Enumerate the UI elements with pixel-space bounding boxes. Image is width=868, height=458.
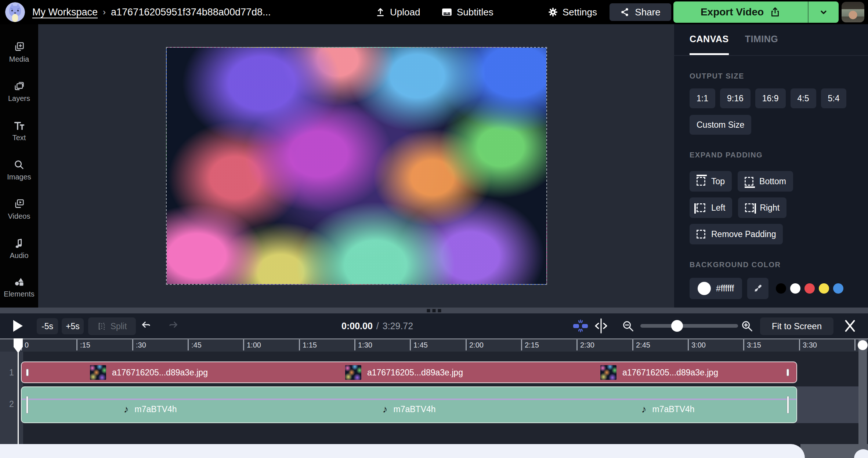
vertical-scrollbar[interactable] [858, 339, 867, 444]
sidebar-item-label: Layers [8, 94, 30, 103]
zoom-out-button[interactable] [622, 320, 634, 332]
audio-clip-name: m7aBTV4h [394, 404, 436, 414]
ratio-1-1-button[interactable]: 1:1 [690, 88, 715, 108]
split-button[interactable]: Split [88, 317, 136, 335]
zoom-slider-thumb[interactable] [671, 320, 683, 332]
color-swatches [776, 283, 843, 294]
timeline-ruler[interactable]: 0 :15 :30 :45 1:00 1:15 1:30 1:45 2:00 2… [0, 338, 868, 352]
track-gutter: 1 2 [0, 352, 23, 444]
sidebar-item-label: Audio [10, 251, 28, 260]
playhead-line [18, 338, 19, 444]
settings-label: Settings [563, 7, 597, 18]
sidebar-item-text[interactable]: Text [0, 120, 38, 142]
forward-5s-button[interactable]: +5s [62, 318, 84, 334]
custom-size-button[interactable]: Custom Size [690, 115, 751, 135]
clip-thumbnail [600, 365, 616, 380]
sidebar-item-label: Text [12, 134, 26, 142]
export-options-caret[interactable] [809, 7, 839, 17]
audio-waveform-line [22, 399, 796, 400]
split-label: Split [111, 321, 127, 331]
ratio-5-4-button[interactable]: 5:4 [821, 88, 847, 108]
ratio-9-16-button[interactable]: 9:16 [720, 88, 751, 108]
subtitles-button[interactable]: Subtitles [441, 0, 493, 24]
undo-button[interactable] [141, 320, 153, 331]
tab-timing[interactable]: TIMING [745, 34, 778, 55]
sidebar-item-videos[interactable]: Videos [0, 198, 38, 221]
pad-right-label: Right [760, 203, 780, 213]
pad-left-icon [697, 203, 705, 212]
sidebar-item-media[interactable]: Media [0, 41, 38, 63]
redo-button[interactable] [166, 320, 178, 331]
share-icon [620, 7, 630, 17]
swatch-blue[interactable] [833, 283, 843, 294]
pad-left-button[interactable]: Left [690, 197, 732, 218]
pad-right-icon [745, 203, 754, 212]
sidebar-item-label: Elements [4, 290, 34, 298]
sidebar-item-images[interactable]: Images [0, 159, 38, 181]
zoom-slider[interactable] [640, 324, 738, 328]
clip-label-group: ♪ m7aBTV4h [383, 402, 436, 417]
sidebar-item-layers[interactable]: Layers [0, 80, 38, 103]
close-timeline-button[interactable] [843, 319, 857, 333]
sidebar-item-label: Images [7, 173, 31, 181]
pad-top-button[interactable]: Top [690, 171, 732, 192]
horizontal-scrollbar-thumb[interactable] [0, 444, 805, 458]
clip-label-group: a176716205...d89a3e.jpg [600, 365, 718, 380]
swatch-white[interactable] [790, 283, 800, 294]
track-1-number: 1 [0, 368, 23, 378]
swatch-red[interactable] [804, 283, 815, 294]
sidebar-item-label: Media [9, 55, 29, 63]
share-button[interactable]: Share [610, 3, 671, 21]
subtitles-icon [441, 7, 452, 17]
top-bar: My Workspace › a176716205951f374b88a00d7… [0, 0, 868, 24]
canvas-media-image[interactable] [166, 47, 547, 285]
image-clip[interactable]: a176716205...d89a3e.jpg a176716205...d89… [21, 361, 797, 383]
upload-button[interactable]: Upload [375, 0, 420, 24]
right-panel: CANVAS TIMING OUTPUT SIZE 1:1 9:16 16:9 … [674, 24, 868, 308]
breadcrumb-workspace-link[interactable]: My Workspace [32, 7, 98, 18]
music-note-icon: ♪ [124, 404, 129, 415]
pad-right-button[interactable]: Right [738, 197, 786, 218]
export-label: Export Video [701, 6, 764, 18]
clip-trim-handle-right[interactable] [787, 396, 789, 414]
clip-trim-handle-left[interactable] [26, 396, 28, 414]
user-avatar[interactable] [842, 2, 864, 22]
timeline-toolbar: -5s +5s Split [0, 313, 868, 338]
padding-buttons: Top Bottom Left Right [690, 171, 868, 244]
snap-toggle[interactable] [572, 319, 589, 333]
expand-handles-icon[interactable] [593, 318, 609, 334]
image-search-icon [14, 159, 25, 171]
timeline-resize-handle[interactable] [0, 308, 868, 313]
swatch-black[interactable] [776, 283, 786, 294]
sidebar-item-label: Videos [8, 212, 30, 221]
ratio-16-9-button[interactable]: 16:9 [755, 88, 786, 108]
export-video-button[interactable]: Export Video [673, 1, 839, 23]
export-video-main[interactable]: Export Video [673, 6, 808, 18]
video-editor-app: My Workspace › a176716205951f374b88a00d7… [0, 0, 868, 458]
close-icon [843, 319, 857, 333]
sidebar-item-elements[interactable]: Elements [0, 276, 38, 298]
background-hex-button[interactable]: #ffffff [690, 278, 742, 299]
clip-trim-handle-left[interactable] [26, 369, 29, 376]
clip-thumbnail [345, 365, 361, 380]
share-label: Share [635, 7, 660, 18]
settings-button[interactable]: Settings [548, 0, 597, 24]
tab-canvas[interactable]: CANVAS [690, 34, 729, 55]
sidebar-item-audio[interactable]: Audio [0, 237, 38, 260]
app-logo[interactable] [5, 2, 25, 22]
pad-bottom-button[interactable]: Bottom [738, 171, 793, 192]
vertical-scrollbar-thumb[interactable] [858, 340, 868, 350]
music-note-icon: ♪ [383, 404, 388, 415]
eyedropper-button[interactable] [747, 278, 768, 299]
play-button[interactable] [13, 320, 23, 332]
swatch-yellow[interactable] [819, 283, 829, 294]
ratio-4-5-button[interactable]: 4:5 [791, 88, 816, 108]
back-5s-button[interactable]: -5s [37, 318, 58, 334]
remove-padding-button[interactable]: Remove Padding [690, 224, 783, 244]
clip-trim-handle-right[interactable] [786, 369, 789, 376]
clip-filename: a176716205...d89a3e.jpg [622, 368, 718, 378]
audio-clip[interactable]: ♪ m7aBTV4h ♪ m7aBTV4h ♪ m7aBTV4h [21, 386, 797, 423]
fit-to-screen-button[interactable]: Fit to Screen [760, 317, 833, 335]
zoom-in-button[interactable] [741, 320, 753, 332]
split-icon [97, 322, 106, 331]
